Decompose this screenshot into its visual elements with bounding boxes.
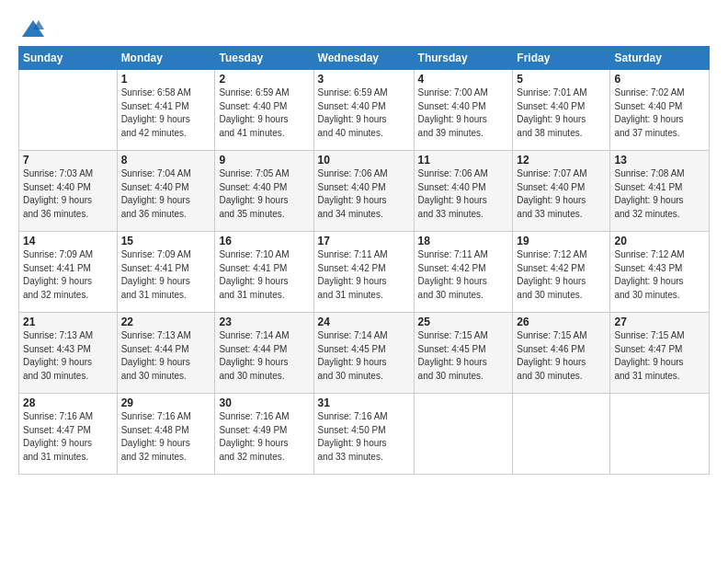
calendar-cell: 30Sunrise: 7:16 AMSunset: 4:49 PMDayligh… xyxy=(215,394,313,475)
day-number: 25 xyxy=(418,316,509,328)
day-info: Sunrise: 7:01 AMSunset: 4:40 PMDaylight:… xyxy=(517,86,606,140)
calendar-week-row: 28Sunrise: 7:16 AMSunset: 4:47 PMDayligh… xyxy=(19,394,710,475)
calendar-cell: 14Sunrise: 7:09 AMSunset: 4:41 PMDayligh… xyxy=(19,232,118,313)
calendar-cell: 4Sunrise: 7:00 AMSunset: 4:40 PMDaylight… xyxy=(414,70,513,151)
day-info: Sunrise: 7:08 AMSunset: 4:41 PMDaylight:… xyxy=(614,167,705,221)
day-info: Sunrise: 6:59 AMSunset: 4:40 PMDaylight:… xyxy=(219,86,309,140)
calendar-cell: 13Sunrise: 7:08 AMSunset: 4:41 PMDayligh… xyxy=(610,151,710,232)
calendar-cell: 19Sunrise: 7:12 AMSunset: 4:42 PMDayligh… xyxy=(513,232,610,313)
day-number: 7 xyxy=(23,154,113,167)
day-number: 22 xyxy=(121,316,211,328)
col-header-monday: Monday xyxy=(117,47,215,70)
day-info: Sunrise: 7:04 AMSunset: 4:40 PMDaylight:… xyxy=(121,167,211,221)
day-info: Sunrise: 7:15 AMSunset: 4:45 PMDaylight:… xyxy=(418,329,509,383)
calendar-cell: 29Sunrise: 7:16 AMSunset: 4:48 PMDayligh… xyxy=(117,394,215,475)
day-info: Sunrise: 7:02 AMSunset: 4:40 PMDaylight:… xyxy=(614,86,705,140)
calendar-cell: 23Sunrise: 7:14 AMSunset: 4:44 PMDayligh… xyxy=(215,313,313,394)
calendar-cell: 16Sunrise: 7:10 AMSunset: 4:41 PMDayligh… xyxy=(215,232,313,313)
day-number: 27 xyxy=(614,316,705,328)
logo xyxy=(18,17,46,39)
page-header xyxy=(18,17,710,39)
day-info: Sunrise: 7:15 AMSunset: 4:46 PMDaylight:… xyxy=(517,329,606,383)
logo-icon xyxy=(20,17,46,42)
day-number: 5 xyxy=(517,73,606,86)
calendar-cell: 11Sunrise: 7:06 AMSunset: 4:40 PMDayligh… xyxy=(414,151,513,232)
calendar-cell: 9Sunrise: 7:05 AMSunset: 4:40 PMDaylight… xyxy=(215,151,313,232)
day-info: Sunrise: 7:16 AMSunset: 4:50 PMDaylight:… xyxy=(318,410,410,464)
col-header-saturday: Saturday xyxy=(610,47,710,70)
calendar-week-row: 1Sunrise: 6:58 AMSunset: 4:41 PMDaylight… xyxy=(19,70,710,151)
calendar-cell: 1Sunrise: 6:58 AMSunset: 4:41 PMDaylight… xyxy=(117,70,215,151)
day-number: 30 xyxy=(219,396,309,409)
col-header-sunday: Sunday xyxy=(19,47,118,70)
day-info: Sunrise: 7:10 AMSunset: 4:41 PMDaylight:… xyxy=(219,248,309,302)
day-number: 16 xyxy=(219,235,309,247)
calendar-cell: 17Sunrise: 7:11 AMSunset: 4:42 PMDayligh… xyxy=(313,232,414,313)
day-number: 17 xyxy=(318,235,410,247)
calendar-cell: 26Sunrise: 7:15 AMSunset: 4:46 PMDayligh… xyxy=(513,313,610,394)
day-number: 10 xyxy=(318,154,410,167)
day-info: Sunrise: 7:06 AMSunset: 4:40 PMDaylight:… xyxy=(418,167,509,221)
day-number: 1 xyxy=(121,73,211,86)
calendar-cell: 10Sunrise: 7:06 AMSunset: 4:40 PMDayligh… xyxy=(313,151,414,232)
col-header-tuesday: Tuesday xyxy=(215,47,313,70)
day-number: 20 xyxy=(614,235,705,247)
day-number: 26 xyxy=(517,316,606,328)
calendar-cell: 28Sunrise: 7:16 AMSunset: 4:47 PMDayligh… xyxy=(19,394,118,475)
day-info: Sunrise: 7:14 AMSunset: 4:45 PMDaylight:… xyxy=(318,329,410,383)
day-info: Sunrise: 7:16 AMSunset: 4:47 PMDaylight:… xyxy=(23,410,113,464)
day-info: Sunrise: 7:16 AMSunset: 4:48 PMDaylight:… xyxy=(121,410,211,464)
col-header-wednesday: Wednesday xyxy=(313,47,414,70)
calendar-cell: 18Sunrise: 7:11 AMSunset: 4:42 PMDayligh… xyxy=(414,232,513,313)
calendar-cell: 24Sunrise: 7:14 AMSunset: 4:45 PMDayligh… xyxy=(313,313,414,394)
day-info: Sunrise: 7:12 AMSunset: 4:42 PMDaylight:… xyxy=(517,248,606,302)
calendar-cell: 5Sunrise: 7:01 AMSunset: 4:40 PMDaylight… xyxy=(513,70,610,151)
calendar-cell: 25Sunrise: 7:15 AMSunset: 4:45 PMDayligh… xyxy=(414,313,513,394)
day-number: 14 xyxy=(23,235,113,247)
day-info: Sunrise: 7:09 AMSunset: 4:41 PMDaylight:… xyxy=(121,248,211,302)
day-info: Sunrise: 7:07 AMSunset: 4:40 PMDaylight:… xyxy=(517,167,606,221)
calendar-week-row: 14Sunrise: 7:09 AMSunset: 4:41 PMDayligh… xyxy=(19,232,710,313)
col-header-thursday: Thursday xyxy=(414,47,513,70)
day-number: 15 xyxy=(121,235,211,247)
day-number: 24 xyxy=(318,316,410,328)
day-number: 18 xyxy=(418,235,509,247)
day-info: Sunrise: 7:13 AMSunset: 4:44 PMDaylight:… xyxy=(121,329,211,383)
calendar-cell: 8Sunrise: 7:04 AMSunset: 4:40 PMDaylight… xyxy=(117,151,215,232)
day-info: Sunrise: 7:03 AMSunset: 4:40 PMDaylight:… xyxy=(23,167,113,221)
calendar-cell: 22Sunrise: 7:13 AMSunset: 4:44 PMDayligh… xyxy=(117,313,215,394)
day-number: 13 xyxy=(614,154,705,167)
day-info: Sunrise: 7:11 AMSunset: 4:42 PMDaylight:… xyxy=(318,248,410,302)
calendar-cell: 21Sunrise: 7:13 AMSunset: 4:43 PMDayligh… xyxy=(19,313,118,394)
day-info: Sunrise: 7:12 AMSunset: 4:43 PMDaylight:… xyxy=(614,248,705,302)
day-info: Sunrise: 7:06 AMSunset: 4:40 PMDaylight:… xyxy=(318,167,410,221)
day-number: 29 xyxy=(121,396,211,409)
day-info: Sunrise: 6:59 AMSunset: 4:40 PMDaylight:… xyxy=(318,86,410,140)
day-number: 4 xyxy=(418,73,509,86)
calendar-cell: 20Sunrise: 7:12 AMSunset: 4:43 PMDayligh… xyxy=(610,232,710,313)
col-header-friday: Friday xyxy=(513,47,610,70)
calendar-week-row: 7Sunrise: 7:03 AMSunset: 4:40 PMDaylight… xyxy=(19,151,710,232)
day-info: Sunrise: 7:00 AMSunset: 4:40 PMDaylight:… xyxy=(418,86,509,140)
calendar-cell: 6Sunrise: 7:02 AMSunset: 4:40 PMDaylight… xyxy=(610,70,710,151)
day-number: 11 xyxy=(418,154,509,167)
day-info: Sunrise: 7:13 AMSunset: 4:43 PMDaylight:… xyxy=(23,329,113,383)
day-number: 12 xyxy=(517,154,606,167)
day-number: 31 xyxy=(318,396,410,409)
day-number: 9 xyxy=(219,154,309,167)
calendar-cell xyxy=(19,70,118,151)
calendar-cell: 31Sunrise: 7:16 AMSunset: 4:50 PMDayligh… xyxy=(313,394,414,475)
day-info: Sunrise: 7:05 AMSunset: 4:40 PMDaylight:… xyxy=(219,167,309,221)
day-number: 3 xyxy=(318,73,410,86)
calendar-cell: 2Sunrise: 6:59 AMSunset: 4:40 PMDaylight… xyxy=(215,70,313,151)
calendar-cell: 27Sunrise: 7:15 AMSunset: 4:47 PMDayligh… xyxy=(610,313,710,394)
day-info: Sunrise: 7:15 AMSunset: 4:47 PMDaylight:… xyxy=(614,329,705,383)
day-info: Sunrise: 6:58 AMSunset: 4:41 PMDaylight:… xyxy=(121,86,211,140)
calendar-cell: 12Sunrise: 7:07 AMSunset: 4:40 PMDayligh… xyxy=(513,151,610,232)
calendar-cell: 3Sunrise: 6:59 AMSunset: 4:40 PMDaylight… xyxy=(313,70,414,151)
calendar-cell xyxy=(414,394,513,475)
calendar-header-row: SundayMondayTuesdayWednesdayThursdayFrid… xyxy=(19,47,710,70)
day-number: 8 xyxy=(121,154,211,167)
calendar-cell: 15Sunrise: 7:09 AMSunset: 4:41 PMDayligh… xyxy=(117,232,215,313)
day-number: 19 xyxy=(517,235,606,247)
